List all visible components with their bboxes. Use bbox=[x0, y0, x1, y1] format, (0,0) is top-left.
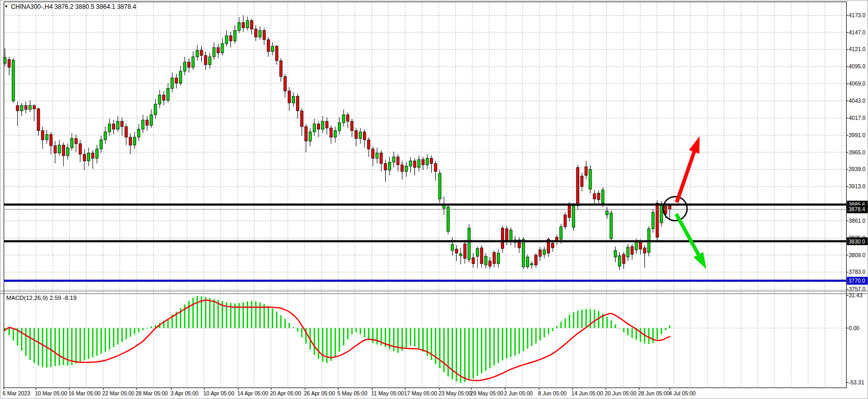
price-tick-label: 4017.0 bbox=[849, 115, 865, 121]
time-tick-label: 10 Mar 05:00 bbox=[35, 390, 67, 396]
symbol-ohlc-label: ▼ CHINA300-,H4 3876.2 3880.5 3864.1 3878… bbox=[4, 3, 136, 10]
price-tick-label: 4069.0 bbox=[849, 80, 865, 87]
price-tick-label: 3861.0 bbox=[849, 217, 865, 224]
time-tick-label: 23 May 05:00 bbox=[438, 390, 472, 396]
price-tick-label: 4095.0 bbox=[849, 63, 865, 69]
time-tick-label: 28 Jun 05:00 bbox=[638, 390, 670, 396]
annotations-layer bbox=[4, 136, 847, 281]
time-tick-label: 10 Apr 05:00 bbox=[203, 390, 235, 396]
price-badge-label: 3770.0 bbox=[849, 277, 865, 284]
axes-layer: 4173.04147.04121.04095.04069.04043.04017… bbox=[0, 1, 868, 399]
price-tick-label: 3809.0 bbox=[849, 252, 865, 258]
price-tick-label: 3783.0 bbox=[849, 269, 865, 275]
time-tick-label: 28 Mar 05:00 bbox=[136, 390, 168, 396]
macd-scale-label: 31.43 bbox=[849, 292, 862, 298]
time-tick-label: 22 Mar 05:00 bbox=[102, 390, 135, 396]
macd-panel bbox=[5, 296, 670, 383]
price-tick-label: 4147.0 bbox=[849, 29, 865, 35]
chart-canvas[interactable]: 4173.04147.04121.04095.04069.04043.04017… bbox=[0, 0, 868, 399]
price-tick-label: 3965.0 bbox=[849, 149, 865, 155]
chart-window: 4173.04147.04121.04095.04069.04043.04017… bbox=[0, 0, 868, 399]
time-tick-label: 26 Apr 05:00 bbox=[304, 390, 335, 396]
bullish-scenario-arrow[interactable] bbox=[677, 150, 695, 202]
time-tick-label: 8 Jun 05:00 bbox=[538, 390, 567, 396]
bearish-scenario-arrow-head bbox=[693, 252, 706, 269]
price-tick-label: 3913.0 bbox=[849, 183, 865, 189]
time-tick-label: 2 Jun 05:00 bbox=[504, 390, 533, 396]
price-tick-label: 3991.0 bbox=[849, 132, 865, 138]
price-tick-label: 3939.0 bbox=[849, 166, 865, 172]
time-tick-label: 6 Mar 2023 bbox=[3, 390, 30, 396]
price-tick-label: 4043.0 bbox=[849, 98, 865, 104]
symbol-ohlc-text: CHINA300-,H4 3876.2 3880.5 3864.1 3878.4 bbox=[11, 3, 136, 10]
macd-scale-label: 0.00 bbox=[849, 325, 860, 331]
time-tick-label: 3 Apr 05:00 bbox=[170, 390, 199, 396]
symbol-dropdown-icon[interactable]: ▼ bbox=[4, 5, 8, 9]
time-tick-label: 20 Jun 05:00 bbox=[605, 390, 637, 396]
time-tick-label: 20 Apr 05:00 bbox=[270, 390, 301, 396]
time-tick-label: 11 May 05:00 bbox=[371, 390, 404, 396]
time-tick-label: 29 May 05:00 bbox=[470, 390, 504, 396]
macd-scale-label: -53.31 bbox=[849, 379, 864, 385]
price-badge-label: 3878.4 bbox=[849, 206, 865, 212]
time-tick-label: 5 May 05:00 bbox=[337, 390, 368, 396]
indicator-label: MACD(12,26,9) 2.59 -8.19 bbox=[6, 295, 77, 301]
time-tick-label: 14 Apr 05:00 bbox=[237, 390, 268, 396]
price-tick-label: 4173.0 bbox=[849, 12, 865, 18]
time-tick-label: 14 Jun 05:00 bbox=[571, 390, 603, 396]
time-tick-label: 16 Mar 05:00 bbox=[68, 390, 101, 396]
bearish-scenario-arrow[interactable] bbox=[676, 214, 700, 256]
price-badge-label: 3830.0 bbox=[849, 238, 865, 245]
time-tick-label: 17 May 05:00 bbox=[404, 390, 437, 396]
time-tick-label: 4 Jul 05:00 bbox=[669, 390, 696, 396]
price-tick-label: 4121.0 bbox=[849, 46, 865, 52]
price-panel bbox=[4, 15, 671, 270]
